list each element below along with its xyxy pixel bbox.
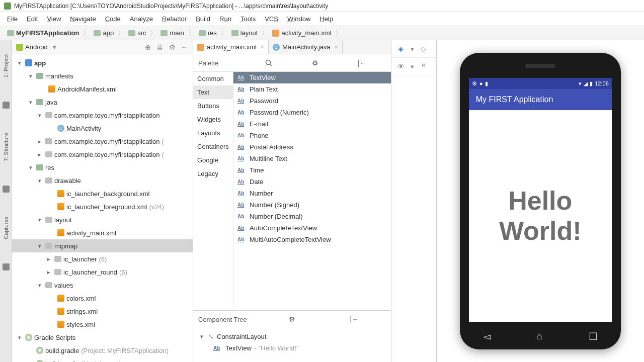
- collapse-icon[interactable]: |←: [323, 315, 385, 324]
- tab-activity-main[interactable]: activity_main.xml×: [193, 40, 269, 54]
- tab-mainactivity[interactable]: CMainActivity.java×: [269, 40, 343, 54]
- svg-line-1: [270, 64, 272, 66]
- crumb-project[interactable]: MyFIRSTApplication: [4, 28, 82, 38]
- tree-build2[interactable]: build.gradle (Module: app): [12, 357, 193, 362]
- palette-item[interactable]: AbPhone: [233, 130, 391, 141]
- collapse-icon[interactable]: ⇊: [155, 43, 165, 52]
- tree-res[interactable]: ▾res: [12, 161, 193, 174]
- crumb-main[interactable]: main: [157, 28, 187, 38]
- palette-item[interactable]: AbNumber (Signed): [233, 199, 391, 211]
- tree-drawable[interactable]: ▾drawable: [12, 174, 193, 187]
- palette-item[interactable]: AbPassword: [233, 95, 391, 107]
- menu-refactor[interactable]: Refactor: [158, 13, 191, 25]
- menu-edit[interactable]: Edit: [23, 13, 42, 25]
- sidebar-tab-project[interactable]: 1: Project: [2, 50, 10, 81]
- tree-styles[interactable]: styles.xml: [12, 318, 193, 331]
- gear-icon[interactable]: ⚙: [168, 43, 177, 52]
- blueprint-icon[interactable]: ◇: [419, 44, 428, 53]
- tree-ic-launcher-round[interactable]: ▸ic_launcher_round (6): [12, 265, 193, 279]
- palette-cat-widgets[interactable]: Widgets: [193, 113, 233, 126]
- sidebar-tab-structure[interactable]: 7: Structure: [2, 129, 10, 165]
- palette-item[interactable]: AbTextView: [233, 72, 391, 83]
- menu-tools[interactable]: Tools: [236, 13, 260, 25]
- palette-item[interactable]: AbTime: [233, 164, 391, 176]
- magnet-icon[interactable]: ᴺ: [419, 62, 428, 71]
- tree-mainactivity[interactable]: CMainActivity: [12, 122, 193, 135]
- close-icon[interactable]: ×: [261, 44, 264, 51]
- tree-activitymain[interactable]: activity_main.xml: [12, 226, 193, 239]
- tree-pkg2[interactable]: ▸com.example.toyo.myfirstapplication(: [12, 135, 193, 148]
- menu-file[interactable]: File: [3, 13, 22, 25]
- hide-icon[interactable]: ←: [180, 43, 189, 52]
- palette-item[interactable]: AbAutoCompleteTextView: [233, 222, 391, 234]
- palette-item[interactable]: AbDate: [233, 176, 391, 188]
- tree-mipmap[interactable]: ▾mipmap: [12, 239, 193, 252]
- eye-icon[interactable]: 👁: [396, 62, 406, 71]
- menu-code[interactable]: Code: [101, 13, 125, 25]
- menu-build[interactable]: Build: [192, 13, 214, 25]
- tree-pkg3[interactable]: ▸com.example.toyo.myfirstapplication(: [12, 148, 193, 161]
- menu-view[interactable]: View: [43, 13, 65, 25]
- tree-layout[interactable]: ▾layout: [12, 213, 193, 226]
- palette-item[interactable]: AbNumber: [233, 188, 391, 199]
- tree-gradle[interactable]: ▾Gradle Scripts: [12, 331, 193, 344]
- recents-icon[interactable]: ☐: [589, 330, 598, 342]
- layers-icon[interactable]: ◈: [396, 44, 406, 53]
- palette-item[interactable]: AbPassword (Numeric): [233, 107, 391, 118]
- crumb-layout[interactable]: layout: [228, 28, 261, 38]
- tree-ic-fg[interactable]: ic_launcher_foreground.xml (v24): [12, 200, 193, 213]
- menu-vcs[interactable]: VCS: [261, 13, 282, 25]
- palette-item[interactable]: AbMultiAutoCompleteTextView: [233, 234, 391, 245]
- close-icon[interactable]: ×: [335, 44, 338, 51]
- tree-ic-bg[interactable]: ic_launcher_background.xml: [12, 187, 193, 200]
- menu-navigate[interactable]: Navigate: [66, 13, 100, 25]
- tree-ic-launcher[interactable]: ▸ic_launcher (6): [12, 252, 193, 265]
- palette-cat-common[interactable]: Common: [193, 72, 233, 85]
- menu-run[interactable]: Run: [215, 13, 235, 25]
- menu-window[interactable]: Window: [283, 13, 314, 25]
- tree-build1[interactable]: build.gradle (Project: MyFIRSTApplicatio…: [12, 344, 193, 357]
- crumb-src[interactable]: src: [125, 28, 149, 38]
- palette-cat-legacy[interactable]: Legacy: [193, 167, 233, 180]
- design-toolbar: ◈▾◇ 👁▾ᴺ: [391, 40, 437, 362]
- menu-help[interactable]: Help: [315, 13, 337, 25]
- gear-icon[interactable]: ⚙: [292, 58, 339, 67]
- tree-java[interactable]: ▾java: [12, 96, 193, 109]
- back-icon[interactable]: ◅: [483, 330, 491, 342]
- home-icon[interactable]: ⌂: [536, 330, 542, 342]
- collapse-icon[interactable]: |←: [339, 58, 385, 67]
- crumb-app[interactable]: app: [91, 28, 117, 38]
- tree-colors[interactable]: colors.xml: [12, 292, 193, 305]
- palette-cat-buttons[interactable]: Buttons: [193, 99, 233, 113]
- search-icon[interactable]: [245, 58, 292, 67]
- palette-cat-google[interactable]: Google: [193, 153, 233, 167]
- signal-icon: ◢: [584, 80, 588, 87]
- window-title: MyFIRSTApplication [C:\Users\TOYO\Androi…: [14, 3, 328, 10]
- sidebar-tab-captures[interactable]: Captures: [2, 213, 10, 243]
- crumb-file[interactable]: activity_main.xml: [269, 28, 334, 38]
- palette-item[interactable]: AbMultiline Text: [233, 153, 391, 164]
- palette-item[interactable]: AbPostal Address: [233, 141, 391, 153]
- tree-values[interactable]: ▾values: [12, 279, 193, 292]
- palette-cat-layouts[interactable]: Layouts: [193, 126, 233, 140]
- tree-manifests[interactable]: ▾manifests: [12, 69, 193, 82]
- gear-icon[interactable]: ⚙: [261, 315, 323, 324]
- palette-cat-text[interactable]: Text: [193, 85, 233, 99]
- dropdown-icon[interactable]: ▾: [53, 43, 56, 51]
- palette-item[interactable]: AbNumber (Decimal): [233, 211, 391, 222]
- crumb-res[interactable]: res: [196, 28, 220, 38]
- comp-textview[interactable]: AbTextView - "Hello World!": [198, 342, 386, 354]
- menu-analyze[interactable]: Analyze: [126, 13, 157, 25]
- tree-strings[interactable]: strings.xml: [12, 305, 193, 318]
- sidebar-icon: [3, 102, 10, 109]
- target-icon[interactable]: ⊕: [143, 43, 152, 52]
- palette-item[interactable]: AbPlain Text: [233, 83, 391, 95]
- tree-app[interactable]: ▾app: [12, 56, 193, 69]
- comp-root[interactable]: ▾⤡ConstraintLayout: [198, 331, 386, 342]
- tree-manifest-file[interactable]: AndroidManifest.xml: [12, 82, 193, 96]
- palette-cat-containers[interactable]: Containers: [193, 140, 233, 153]
- panel-title[interactable]: Android: [25, 43, 48, 51]
- tree-pkg1[interactable]: ▾com.example.toyo.myfirstapplication: [12, 109, 193, 122]
- palette-item[interactable]: AbE-mail: [233, 118, 391, 130]
- project-panel-header: Android ▾ ⊕ ⇊ ⚙ ←: [12, 40, 193, 54]
